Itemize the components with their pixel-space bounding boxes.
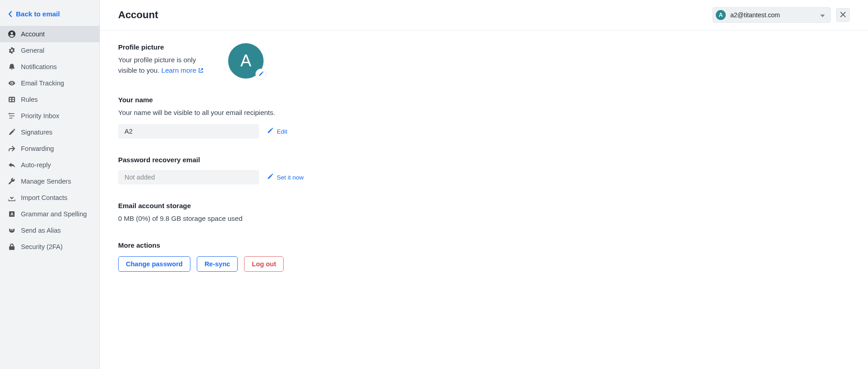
edit-name-button[interactable]: Edit — [267, 128, 287, 135]
svg-rect-3 — [10, 100, 11, 101]
account-email-label: a2@titantest.com — [730, 11, 816, 19]
recovery-email-field-row: Not added Set it now — [118, 170, 536, 184]
user-circle-icon — [8, 30, 15, 38]
wrench-icon — [8, 178, 15, 185]
sidebar-item-manage-senders[interactable]: Manage Senders — [0, 173, 100, 189]
account-avatar-small: A — [716, 10, 726, 20]
pencil-icon — [8, 129, 15, 136]
grammar-icon — [8, 210, 15, 218]
section-your-name: Your name Your name will be visible to a… — [118, 96, 536, 139]
recovery-email-title: Password recovery email — [118, 156, 536, 164]
content: Profile picture Your profile picture is … — [100, 30, 554, 307]
header-right: A a2@titantest.com — [713, 7, 850, 23]
sidebar-item-label: Email Tracking — [21, 80, 64, 87]
sidebar-nav-list: AccountGeneralNotificationsEmail Trackin… — [0, 26, 100, 255]
edit-avatar-button[interactable] — [255, 69, 266, 80]
sidebar-item-general[interactable]: General — [0, 42, 100, 59]
sidebar-item-security-2fa[interactable]: Security (2FA) — [0, 239, 100, 255]
edit-name-label: Edit — [277, 128, 287, 135]
sidebar-item-label: Auto-reply — [21, 161, 51, 169]
mask-icon — [8, 227, 15, 234]
sidebar-item-label: Account — [21, 30, 45, 38]
sidebar-item-notifications[interactable]: Notifications — [0, 59, 100, 75]
settings-sidebar: Back to email AccountGeneralNotification… — [0, 0, 100, 369]
sidebar-item-rules[interactable]: Rules — [0, 91, 100, 108]
your-name-description: Your name will be visible to all your em… — [118, 107, 536, 118]
change-password-button[interactable]: Change password — [118, 256, 190, 272]
page-title: Account — [118, 9, 158, 21]
sidebar-item-label: Rules — [21, 96, 38, 103]
page-header: Account A a2@titantest.com — [100, 0, 868, 30]
profile-picture-description: Your profile picture is only visible to … — [118, 55, 214, 76]
reply-icon — [8, 161, 15, 169]
set-recovery-email-label: Set it now — [277, 174, 304, 181]
forward-icon — [8, 145, 15, 152]
close-button[interactable] — [836, 8, 850, 22]
sidebar-item-label: Manage Senders — [21, 178, 71, 185]
sidebar-item-grammar-spelling[interactable]: Grammar and Spelling — [0, 206, 100, 222]
your-name-field-row: A2 Edit — [118, 124, 536, 139]
svg-rect-2 — [12, 98, 14, 100]
chevron-left-icon — [8, 11, 12, 17]
sidebar-item-label: Signatures — [21, 129, 52, 136]
more-actions-title: More actions — [118, 241, 536, 249]
set-recovery-email-button[interactable]: Set it now — [267, 174, 304, 181]
import-icon — [8, 194, 15, 201]
learn-more-label: Learn more — [161, 66, 196, 74]
recovery-email-value: Not added — [118, 170, 259, 184]
sidebar-item-label: Priority Inbox — [21, 112, 60, 120]
profile-picture-title: Profile picture — [118, 43, 214, 51]
storage-usage-text: 0 MB (0%) of 9.8 GB storage space used — [118, 213, 536, 224]
section-recovery-email: Password recovery email Not added Set it… — [118, 156, 536, 184]
chevron-down-icon — [820, 11, 825, 19]
logout-button[interactable]: Log out — [244, 256, 284, 272]
sidebar-item-priority-inbox[interactable]: Priority Inbox — [0, 108, 100, 124]
sidebar-item-label: Import Contacts — [21, 194, 67, 201]
sidebar-item-email-tracking[interactable]: Email Tracking — [0, 75, 100, 91]
section-more-actions: More actions Change password Re-sync Log… — [118, 241, 536, 272]
profile-avatar-wrap: A — [228, 43, 264, 79]
priority-icon — [8, 112, 15, 120]
pencil-icon — [259, 70, 264, 78]
pencil-icon — [267, 128, 273, 135]
svg-rect-0 — [9, 97, 15, 102]
close-icon — [840, 11, 846, 19]
gear-icon — [8, 47, 15, 54]
more-actions-buttons: Change password Re-sync Log out — [118, 256, 536, 272]
sidebar-item-label: General — [21, 47, 45, 54]
back-to-email-label: Back to email — [16, 10, 60, 18]
pencil-icon — [267, 174, 273, 181]
sidebar-item-forwarding[interactable]: Forwarding — [0, 140, 100, 157]
squares-icon — [8, 96, 15, 103]
resync-button[interactable]: Re-sync — [197, 256, 238, 272]
main-panel: Account A a2@titantest.com — [100, 0, 868, 369]
storage-title: Email account storage — [118, 202, 536, 209]
your-name-value: A2 — [118, 124, 259, 139]
sidebar-item-label: Notifications — [21, 63, 57, 70]
external-link-icon — [198, 65, 204, 76]
back-to-email-link[interactable]: Back to email — [0, 6, 100, 26]
learn-more-link[interactable]: Learn more — [161, 66, 204, 74]
svg-rect-1 — [10, 98, 11, 100]
sidebar-item-send-as-alias[interactable]: Send as Alias — [0, 222, 100, 239]
sidebar-item-signatures[interactable]: Signatures — [0, 124, 100, 140]
eye-icon — [8, 80, 15, 87]
profile-picture-text: Profile picture Your profile picture is … — [118, 43, 214, 76]
sidebar-item-label: Forwarding — [21, 145, 54, 152]
bell-icon — [8, 63, 15, 70]
account-selector[interactable]: A a2@titantest.com — [713, 7, 831, 23]
svg-rect-4 — [12, 100, 14, 101]
lock-icon — [8, 243, 15, 250]
sidebar-item-import-contacts[interactable]: Import Contacts — [0, 189, 100, 206]
section-profile-picture: Profile picture Your profile picture is … — [118, 43, 536, 79]
sidebar-item-auto-reply[interactable]: Auto-reply — [0, 157, 100, 173]
sidebar-item-label: Send as Alias — [21, 227, 61, 234]
sidebar-item-label: Security (2FA) — [21, 243, 63, 250]
sidebar-item-label: Grammar and Spelling — [21, 210, 87, 218]
section-storage: Email account storage 0 MB (0%) of 9.8 G… — [118, 202, 536, 224]
sidebar-item-account[interactable]: Account — [0, 26, 100, 42]
your-name-title: Your name — [118, 96, 536, 104]
